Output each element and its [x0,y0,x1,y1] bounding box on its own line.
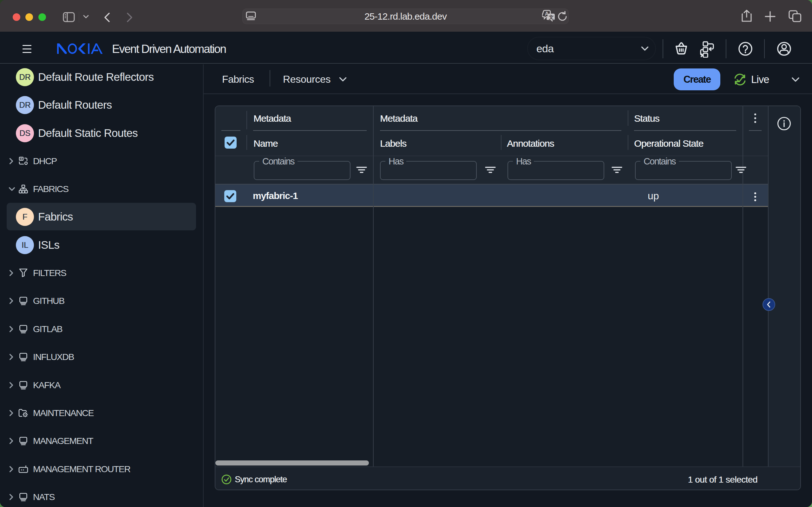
svg-text:文: 文 [548,14,554,20]
